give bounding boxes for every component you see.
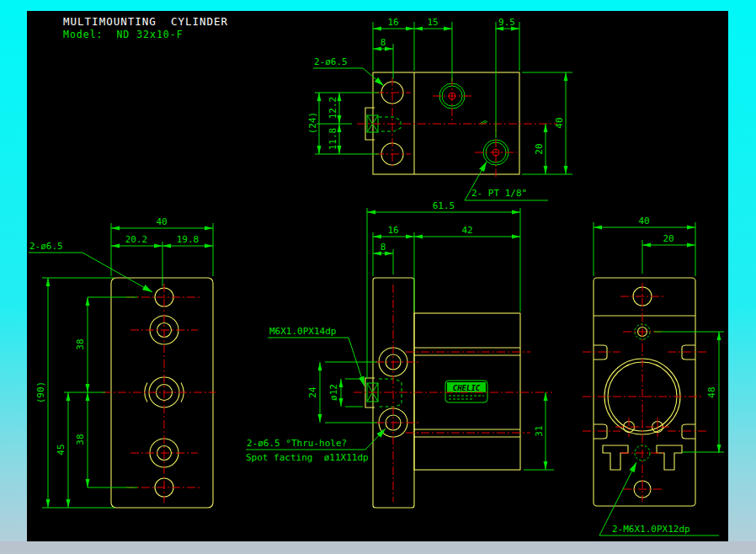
right-view: 40 20 48 2-M6X1.0PX12dp xyxy=(583,216,724,535)
dim-top-9-5: 9.5 xyxy=(498,17,515,28)
label-top-holes: 2-ø6.5 xyxy=(314,56,348,67)
drawing-title: MULTIMOUNTING CYLINDER xyxy=(63,15,228,28)
front-view-centerlines xyxy=(354,285,552,502)
dim-left-19-8: 19.8 xyxy=(177,234,200,245)
dim-top-12-2: 12.2 xyxy=(327,97,338,120)
label-right-threads: 2-M6X1.0PX12dp xyxy=(612,524,690,535)
left-view: 40 20.2 19.8 (90) 45 38 38 2-ø6.5 xyxy=(29,216,216,508)
top-view-centerlines xyxy=(357,77,557,177)
dim-front-rod-dia: ø12 xyxy=(328,384,339,401)
top-view-dimension-arrows xyxy=(317,27,568,175)
label-thru-hole-line1: 2-ø6.5 °Thru-hole? xyxy=(247,438,347,449)
dim-right-40: 40 xyxy=(638,216,649,226)
label-rod-thread: M6X1.0PX14dp xyxy=(269,326,336,337)
brand-logo-text: CHELIC xyxy=(453,384,481,392)
front-view: CHELIC 61.5 16 42 8 24 ø12 31 M6X1.0PX14… xyxy=(246,200,554,508)
dim-front-16: 16 xyxy=(387,225,398,236)
dim-front-61-5: 61.5 xyxy=(433,200,455,211)
dim-left-38-upper: 38 xyxy=(75,338,86,349)
label-top-ports: 2- PT 1/8" xyxy=(471,188,527,199)
dim-front-31: 31 xyxy=(534,425,545,436)
title-block: MULTIMOUNTING CYLINDER Model: ND 32x10-F xyxy=(63,15,228,40)
dim-left-40: 40 xyxy=(156,216,167,227)
right-view-extension-lines xyxy=(594,222,724,452)
dim-top-40: 40 xyxy=(554,117,565,128)
left-view-extension-lines xyxy=(42,223,213,508)
top-view: 16 15 9.5 8 (24) 12.2 11.8 40 20 2-ø6.5 … xyxy=(307,17,572,200)
dim-right-20: 20 xyxy=(663,233,673,244)
dim-top-11-8: 11.8 xyxy=(327,128,338,151)
drawing-svg: MULTIMOUNTING CYLINDER Model: ND 32x10-F xyxy=(0,0,756,554)
dim-front-24: 24 xyxy=(307,386,318,398)
label-left-holes: 2-ø6.5 xyxy=(29,241,63,252)
dim-left-90ref: (90) xyxy=(35,381,46,404)
top-view-dimension-lines xyxy=(319,29,566,174)
cad-window: MULTIMOUNTING CYLINDER Model: ND 32x10-F xyxy=(0,0,756,554)
drawing-model: Model: ND 32x10-F xyxy=(63,29,184,40)
dim-left-20-2: 20.2 xyxy=(125,234,148,245)
front-view-dimension-arrows xyxy=(318,210,548,471)
dim-top-24ref: (24) xyxy=(307,112,318,135)
front-view-extension-lines xyxy=(325,208,554,470)
front-view-dimension-lines xyxy=(320,212,546,470)
dim-top-15: 15 xyxy=(427,17,438,28)
dim-front-8: 8 xyxy=(381,242,386,253)
right-view-body-outline xyxy=(594,278,695,506)
left-view-dimension-arrows xyxy=(46,226,214,509)
dim-left-38-lower: 38 xyxy=(75,434,86,445)
dim-top-16: 16 xyxy=(387,17,398,28)
brand-logo: CHELIC xyxy=(445,381,487,402)
dim-top-8: 8 xyxy=(381,37,386,48)
dim-top-20: 20 xyxy=(534,143,545,154)
dim-front-42: 42 xyxy=(461,225,472,236)
dim-left-45: 45 xyxy=(56,444,67,455)
label-thru-hole-line2: Spot facting ø11X11dp xyxy=(246,452,369,463)
left-view-dimension-lines xyxy=(48,228,213,508)
dim-right-48: 48 xyxy=(706,386,717,397)
